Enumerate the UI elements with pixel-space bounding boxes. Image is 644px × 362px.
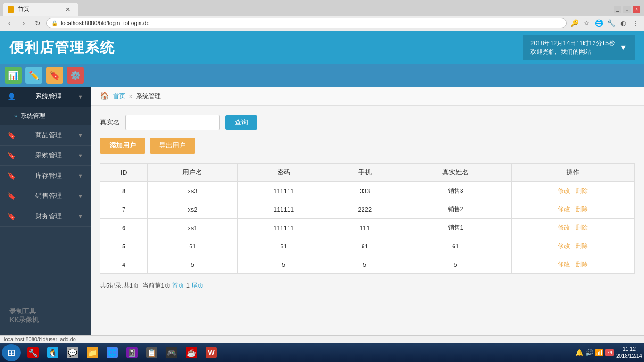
sidebar-goods-label: 商品管理: [35, 131, 62, 140]
sidebar-purchase-icon: 🔖: [8, 152, 16, 159]
table-body: 8 xs3 111111 333 销售3 修改 删除 7 xs2 111111 …: [100, 182, 635, 274]
edit-link[interactable]: 修改: [558, 224, 570, 231]
cell-action: 修改 删除: [511, 200, 634, 219]
last-page-link[interactable]: 尾页: [191, 282, 204, 289]
taskbar-game[interactable]: 🎮: [162, 345, 181, 360]
taskbar-chrome[interactable]: 🌐: [103, 345, 122, 360]
header-dropdown-icon[interactable]: ▼: [619, 43, 627, 52]
sidebar-item-finance[interactable]: 🔖 财务管理 ▼: [0, 206, 91, 227]
taskbar-chat[interactable]: 💬: [63, 345, 82, 360]
content-area: 🏠 首页 » 系统管理 真实名 查询 添加用户 导出用户: [91, 87, 644, 360]
tab-close-button[interactable]: ✕: [65, 6, 71, 13]
delete-link[interactable]: 删除: [576, 206, 588, 213]
app-header: 便利店管理系统 2018年12月14日11时12分15秒 欢迎光临, 我们的网站…: [0, 31, 644, 64]
col-username: 用户名: [148, 164, 238, 182]
tray-icon-1[interactable]: 🔔: [575, 349, 583, 356]
tray-icon-2[interactable]: 🔊: [585, 349, 593, 356]
cell-id: 7: [100, 200, 148, 219]
delete-link[interactable]: 删除: [576, 261, 588, 268]
menu-icon[interactable]: ⋮: [631, 18, 640, 28]
taskbar-folder[interactable]: 📁: [83, 345, 102, 360]
back-button[interactable]: ‹: [4, 17, 15, 29]
edit-link[interactable]: 修改: [558, 187, 570, 194]
tab-bar-right: _ □ ✕: [610, 6, 640, 13]
cell-action: 修改 删除: [511, 219, 634, 237]
forward-button[interactable]: ›: [18, 17, 29, 29]
tray-icon-3[interactable]: 📶: [595, 349, 603, 356]
close-button[interactable]: ✕: [633, 6, 640, 13]
header-datetime: 2018年12月14日11时12分15秒: [530, 39, 615, 48]
sidebar-item-inventory[interactable]: 🔖 库存管理 ▼: [0, 166, 91, 186]
cell-realname: 销售1: [400, 219, 511, 237]
edit-link[interactable]: 修改: [558, 261, 570, 268]
ext2-icon[interactable]: 🔧: [606, 18, 616, 28]
cell-phone: 5: [330, 255, 400, 274]
taskbar-onenote[interactable]: 📓: [123, 345, 141, 360]
start-button[interactable]: ⊞: [2, 344, 21, 360]
sidebar-finance-icon: 🔖: [8, 213, 16, 220]
minimize-button[interactable]: _: [614, 6, 621, 13]
ext1-icon[interactable]: 🌐: [594, 18, 603, 28]
table-row: 6 xs1 111111 111 销售1 修改 删除: [100, 219, 635, 237]
cell-username: xs2: [148, 200, 238, 219]
toolbar-edit-icon[interactable]: ✏️: [25, 67, 42, 84]
sidebar-item-goods[interactable]: 🔖 商品管理 ▼: [0, 125, 91, 146]
search-label: 真实名: [100, 118, 120, 127]
col-realname: 真实姓名: [400, 164, 511, 182]
tab-bar: 首页 ✕ _ □ ✕: [0, 0, 644, 16]
reload-button[interactable]: ↻: [32, 17, 43, 29]
cell-phone: 2222: [330, 200, 400, 219]
toolbar-settings-icon[interactable]: ⚙️: [67, 67, 84, 84]
star-icon[interactable]: ☆: [582, 18, 591, 28]
cell-action: 修改 删除: [511, 237, 634, 255]
sidebar-inventory-label: 库存管理: [35, 172, 62, 180]
assign-role-button[interactable]: 导出用户: [150, 138, 195, 154]
col-phone: 手机: [330, 164, 400, 182]
sidebar-inventory-arrow: ▼: [78, 173, 83, 179]
search-input[interactable]: [125, 115, 220, 130]
delete-link[interactable]: 删除: [576, 224, 588, 231]
nav-right-icons: 🔑 ☆ 🌐 🔧 ◐ ⋮: [570, 18, 640, 28]
sidebar-item-purchase[interactable]: 🔖 采购管理 ▼: [0, 146, 91, 166]
breadcrumb: 🏠 首页 » 系统管理: [91, 87, 644, 106]
search-bar: 真实名 查询: [100, 115, 635, 130]
taskbar-intellij[interactable]: 🔧: [24, 345, 42, 360]
status-bar: localhost:8080/bld/user_add.do: [0, 335, 644, 343]
app-title: 便利店管理系统: [9, 38, 115, 58]
delete-link[interactable]: 删除: [576, 242, 588, 249]
address-bar[interactable]: 🔒 localhost:8080/bld/login_toLogin.do: [46, 18, 567, 28]
sidebar-goods-icon: 🔖: [8, 132, 16, 139]
taskbar-qq[interactable]: 🐧: [43, 345, 62, 360]
first-page-link[interactable]: 首页: [172, 282, 184, 289]
taskbar-task[interactable]: 📋: [142, 345, 161, 360]
edit-link[interactable]: 修改: [558, 242, 570, 249]
delete-link[interactable]: 删除: [576, 187, 588, 194]
sidebar-submenu-system-manage[interactable]: » 系统管理: [0, 107, 91, 125]
add-user-button[interactable]: 添加用户: [100, 138, 145, 154]
key-icon[interactable]: 🔑: [570, 18, 579, 28]
page-number: 1: [186, 282, 191, 289]
cell-password: 111111: [238, 219, 330, 237]
cell-action: 修改 删除: [511, 182, 634, 200]
cell-id: 8: [100, 182, 148, 200]
toolbar-bookmark-icon[interactable]: 🔖: [46, 67, 63, 84]
table-row: 8 xs3 111111 333 销售3 修改 删除: [100, 182, 635, 200]
table-row: 5 61 61 61 61 修改 删除: [100, 237, 635, 255]
user-table: ID 用户名 密码 手机 真实姓名 操作 8 xs3 111111 333 销售…: [100, 163, 635, 274]
toolbar-chart-icon[interactable]: 📊: [5, 67, 22, 84]
tab-title: 首页: [18, 5, 29, 13]
edit-link[interactable]: 修改: [558, 206, 570, 213]
ext3-icon[interactable]: ◐: [619, 18, 628, 28]
sidebar-item-sales[interactable]: 🔖 销售管理 ▼: [0, 186, 91, 206]
sidebar-item-system[interactable]: 👤 系统管理 ▼: [0, 87, 91, 107]
sidebar-system-label: 系统管理: [35, 92, 62, 101]
lock-icon: 🔒: [51, 20, 58, 26]
search-button[interactable]: 查询: [225, 115, 257, 130]
browser-tab[interactable]: 首页 ✕: [3, 3, 78, 16]
cell-password: 61: [238, 237, 330, 255]
cell-realname: 销售2: [400, 200, 511, 219]
taskbar-java[interactable]: ☕: [182, 345, 201, 360]
tab-favicon: [8, 6, 14, 13]
maximize-button[interactable]: □: [623, 6, 631, 13]
taskbar-wps[interactable]: W: [202, 345, 221, 360]
